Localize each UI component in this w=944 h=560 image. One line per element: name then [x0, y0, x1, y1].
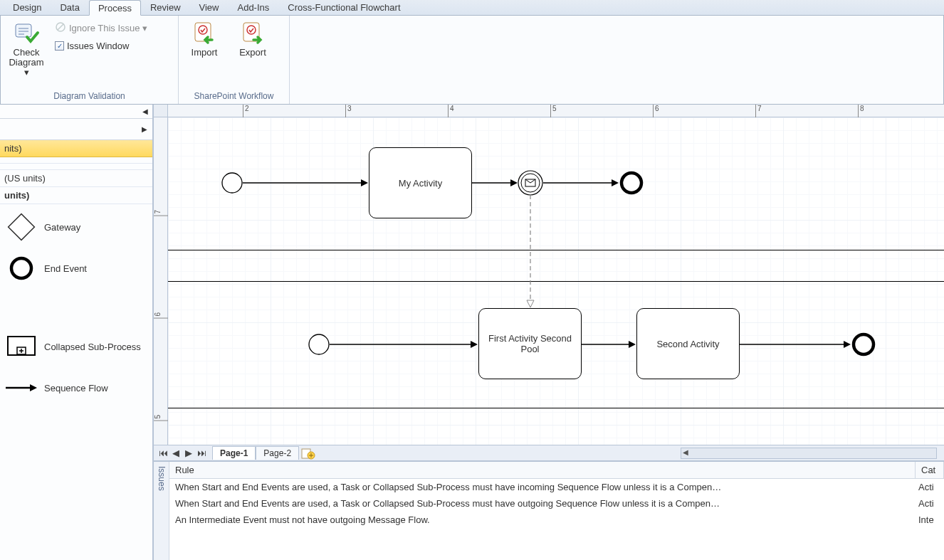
lane-divider — [168, 281, 944, 282]
tab-addins[interactable]: Add-Ins — [228, 0, 278, 15]
ignore-issue-button[interactable]: Ignore This Issue ▾ — [53, 20, 149, 36]
issues-window-toggle[interactable]: ✓ Issues Window — [53, 39, 149, 53]
issues-body: Rule Cat When Start and End Events are u… — [169, 462, 944, 560]
ribbon-group-validation-title: Diagram Validation — [5, 90, 174, 104]
drawing-surface[interactable]: My Activity — [168, 117, 944, 445]
issue-row[interactable]: An Intermediate Event must not have outg… — [169, 512, 944, 528]
issues-panel: Issues Rule Cat When Start and End Event… — [154, 460, 944, 560]
ruler-vertical: 7 6 5 — [154, 117, 168, 445]
export-button[interactable]: Export — [231, 19, 274, 60]
svg-marker-32 — [629, 341, 636, 348]
shape-subprocess-label: Collapsed Sub-Process — [44, 342, 141, 352]
issues-panel-tab[interactable]: Issues — [154, 462, 169, 560]
export-icon — [241, 21, 265, 46]
ribbon-group-workflow: Import Export SharePoint Workflow — [179, 16, 290, 104]
export-label: Export — [239, 48, 266, 58]
svg-line-2 — [58, 24, 63, 30]
svg-marker-19 — [510, 179, 518, 186]
stencil-item-2[interactable] — [0, 164, 152, 170]
task-label: My Activity — [399, 178, 442, 189]
svg-marker-30 — [471, 341, 478, 348]
flow-bottom-3 — [740, 332, 882, 361]
import-icon — [192, 21, 216, 46]
issue-row[interactable]: When Start and End Events are used, a Ta… — [169, 495, 944, 512]
issue-rule: When Start and End Events are used, a Ta… — [169, 480, 916, 494]
new-page-button[interactable] — [299, 447, 318, 460]
shape-gateway-label: Gateway — [44, 222, 80, 233]
ignore-issue-label: Ignore This Issue ▾ — [69, 23, 147, 33]
page-hscroll[interactable]: ◀ — [318, 448, 944, 459]
svg-marker-34 — [844, 341, 851, 348]
flow-top-2 — [472, 171, 686, 199]
page-tab-1[interactable]: Page-1 — [212, 446, 256, 460]
shape-end-event[interactable]: End Event — [7, 254, 145, 282]
issues-header: Rule Cat — [169, 462, 944, 479]
tab-review[interactable]: Review — [141, 0, 190, 15]
svg-point-6 — [247, 26, 256, 34]
issues-rows: When Start and End Events are used, a Ta… — [169, 479, 944, 528]
issue-cat: Acti — [916, 497, 944, 510]
page-last-button[interactable]: ⏭ — [195, 447, 208, 460]
svg-point-4 — [199, 26, 207, 34]
issue-row[interactable]: When Start and End Events are used, a Ta… — [169, 479, 944, 495]
check-diagram-label: Check Diagram ▾ — [6, 48, 46, 78]
shape-end-event-label: End Event — [44, 263, 87, 274]
task-second-activity[interactable]: Second Activity — [636, 308, 740, 379]
task-my-activity[interactable]: My Activity — [369, 147, 472, 218]
lane-divider — [168, 250, 944, 250]
check-diagram-button[interactable]: Check Diagram ▾ — [5, 19, 48, 80]
import-label: Import — [192, 48, 218, 58]
svg-rect-7 — [9, 214, 35, 241]
shapes-panel-expand[interactable]: ▶ — [0, 119, 152, 140]
issues-col-cat[interactable]: Cat — [916, 462, 944, 478]
task-first-activity[interactable]: First Activity Second Pool — [478, 308, 582, 379]
issue-cat: Inte — [916, 513, 944, 527]
page-next-button[interactable]: ▶ — [182, 447, 195, 460]
svg-point-28 — [309, 334, 329, 354]
svg-point-8 — [11, 258, 31, 278]
subprocess-icon — [7, 332, 36, 361]
svg-marker-24 — [612, 179, 619, 186]
ribbon-group-validation: Check Diagram ▾ Ignore This Issue ▾ ✓ Is… — [1, 16, 179, 104]
shape-gateway[interactable]: Gateway — [7, 213, 145, 241]
tab-cross-functional[interactable]: Cross-Functional Flowchart — [278, 0, 409, 15]
ribbon-tabs: Design Data Process Review View Add-Ins … — [0, 0, 944, 16]
tab-design[interactable]: Design — [4, 0, 51, 15]
task-label: Second Activity — [656, 339, 719, 349]
svg-point-35 — [854, 334, 874, 354]
stencil-item-1[interactable] — [0, 157, 152, 164]
stencil-item-0[interactable]: nits) — [0, 140, 152, 157]
tab-view[interactable]: View — [190, 0, 229, 15]
gateway-icon — [7, 213, 36, 241]
issue-rule: When Start and End Events are used, a Ta… — [169, 497, 916, 510]
tab-data[interactable]: Data — [51, 0, 88, 15]
shapes-panel-header[interactable]: ◀ — [0, 105, 152, 119]
page-tab-2[interactable]: Page-2 — [256, 446, 299, 460]
issue-cat: Acti — [916, 480, 944, 494]
page-first-button[interactable]: ⏮ — [157, 447, 169, 460]
issues-col-rule[interactable]: Rule — [169, 462, 916, 478]
ruler-horizontal: 2 3 4 5 6 7 8 — [168, 105, 944, 117]
tab-process[interactable]: Process — [89, 0, 141, 16]
page-tabs: ⏮ ◀ ▶ ⏭ Page-1 Page-2 ◀ — [154, 445, 944, 460]
sequence-flow-icon — [7, 374, 36, 402]
ribbon: Check Diagram ▾ Ignore This Issue ▾ ✓ Is… — [0, 16, 944, 105]
issue-rule: An Intermediate Event must not have outg… — [169, 513, 916, 527]
import-button[interactable]: Import — [183, 19, 226, 60]
svg-point-15 — [222, 173, 242, 193]
page-prev-button[interactable]: ◀ — [169, 447, 182, 460]
stencil-item-4[interactable]: units) — [0, 187, 152, 204]
shape-sequence-flow[interactable]: Sequence Flow — [7, 374, 145, 402]
stencil-item-3[interactable]: (US units) — [0, 170, 152, 187]
flow-bottom-1 — [308, 332, 486, 361]
svg-marker-14 — [30, 384, 37, 391]
shape-collapsed-subprocess[interactable]: Collapsed Sub-Process — [7, 332, 145, 361]
shapes-list: Gateway End Event Collapsed Sub-Process … — [0, 204, 152, 411]
issues-window-checkbox[interactable]: ✓ — [55, 41, 64, 51]
chevron-left-icon: ◀ — [142, 107, 148, 115]
check-diagram-icon — [14, 21, 38, 46]
end-event-icon — [7, 254, 36, 282]
ruler-corner — [154, 105, 168, 117]
lane-divider — [168, 408, 944, 408]
canvas-area: 2 3 4 5 6 7 8 7 6 5 — [154, 105, 944, 560]
